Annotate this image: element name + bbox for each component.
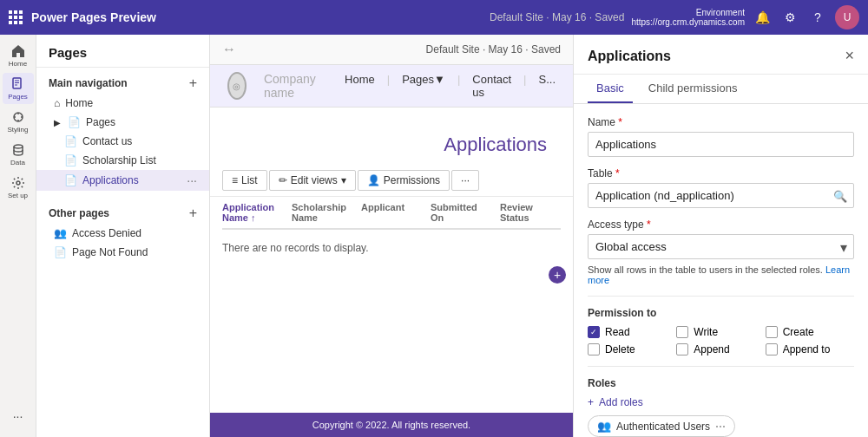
nav-contact-us-label: Contact us [82,135,132,147]
sidebar-item-pages[interactable]: Pages [3,73,34,104]
append-checkbox[interactable] [676,343,688,355]
nav-item-applications[interactable]: 📄 Applications ··· [36,170,209,191]
name-required-mark: * [618,116,622,128]
col-application-name[interactable]: Application Name ↑ [222,202,283,223]
preview-topbar: ↔ Default Site · May 16 · Saved [210,35,573,65]
nav-applications-label: Applications [82,174,139,186]
nav-home-label: Home [65,97,93,109]
sidebar-styling-label: Styling [7,126,28,134]
settings-icon[interactable]: ⚙ [779,7,800,28]
access-type-select[interactable]: Global access Account access Self access [588,234,854,259]
environment-info: Environment https://org.crm.dynamics.com [631,8,745,27]
learn-more-link[interactable]: Learn more [588,264,850,285]
sidebar-item-data[interactable]: Data [3,139,34,170]
write-checkbox[interactable] [676,326,688,338]
nav-item-contact-us[interactable]: 📄 Contact us [36,132,209,151]
scroll-button[interactable]: + [549,266,566,284]
site-page-title: Applications [210,108,573,165]
col-scholarship-name[interactable]: Scholarship Name [292,202,352,223]
read-label: Read [605,326,630,338]
list-icon: ≡ [232,174,238,186]
applications-panel: Applications × Basic Child permissions N… [573,35,868,437]
sidebar-item-home[interactable]: Home [3,40,34,71]
tab-child-permissions[interactable]: Child permissions [640,75,746,103]
read-checkbox[interactable]: ✓ [588,326,600,338]
preview-inner: ◎ Company name Home | Pages▼ | Contact u… [210,65,573,437]
nav-page-not-found-label: Page Not Found [72,246,148,258]
name-input[interactable] [588,132,854,157]
grid-icon[interactable] [9,10,23,24]
panel-close-button[interactable]: × [845,47,854,65]
nav-item-pages[interactable]: ▶ 📄 Pages [36,113,209,132]
permissions-label: Permissions [384,174,440,186]
pages-panel-title: Pages [49,45,87,60]
site-footer: Copyright © 2022. All rights reserved. [210,413,573,437]
page-icon: 📄 [54,246,67,258]
sidebar-home-label: Home [9,60,27,68]
svg-rect-4 [14,16,17,19]
delete-checkbox[interactable] [588,343,600,355]
site-navigation: ◎ Company name Home | Pages▼ | Contact u… [210,65,573,108]
col-review-status[interactable]: Review Status [500,202,561,223]
sidebar-more-button[interactable]: ··· [3,401,34,432]
table-search-input[interactable] [588,183,854,208]
nav-link-more[interactable]: S... [538,73,556,99]
page-icon: 📄 [64,154,77,166]
sidebar-item-setup[interactable]: Set up [3,172,34,203]
sidebar-item-styling[interactable]: Styling [3,106,34,137]
add-other-pages-button[interactable]: + [189,206,197,220]
panel-header: Applications × [574,35,868,75]
user-avatar[interactable]: U [835,5,859,29]
add-roles-label: Add roles [599,396,643,408]
nav-item-access-denied[interactable]: 👥 Access Denied [36,224,209,243]
plus-icon: + [588,396,594,408]
access-type-field-group: Access type * Global access Account acce… [588,218,854,285]
list-view-button[interactable]: ≡ List [222,170,267,191]
table-label: Table * [588,167,854,179]
page-icon: 📄 [64,174,77,186]
notification-icon[interactable]: 🔔 [752,7,773,28]
table-search-wrap: 🔍 [588,183,854,208]
access-type-label: Access type * [588,218,854,231]
perm-create: Create [766,326,854,338]
nav-link-home[interactable]: Home [345,73,375,99]
more-actions-button[interactable]: ··· [451,170,479,191]
pages-panel-header: Pages [36,35,209,68]
access-note: Show all rows in the table to users in t… [588,264,854,285]
help-icon[interactable]: ? [807,7,828,28]
col-applicant[interactable]: Applicant [361,202,422,223]
append-to-checkbox[interactable] [766,343,778,355]
search-icon: 🔍 [833,189,847,202]
create-checkbox[interactable] [766,326,778,338]
access-required-mark: * [647,218,651,231]
nav-link-contact-us[interactable]: Contact us [472,73,511,99]
svg-rect-1 [14,10,17,14]
edit-views-button[interactable]: ✏ Edit views ▾ [269,170,356,191]
page-icon: 📄 [64,135,77,147]
svg-point-14 [14,145,23,148]
site-logo: ◎ [227,72,247,100]
perm-append: Append [676,343,765,355]
table-field-group: Table * 🔍 [588,167,854,208]
divider [588,296,854,297]
roles-section: Roles + Add roles 👥 Authenticated Users … [588,377,854,437]
role-chip-more-button[interactable]: ⋯ [715,421,726,433]
nav-link-pages[interactable]: Pages▼ [402,73,445,99]
nav-item-page-not-found[interactable]: 📄 Page Not Found [36,243,209,262]
permissions-button[interactable]: 👤 Permissions [358,170,450,191]
nav-applications-more-button[interactable]: ··· [187,173,197,187]
nav-item-scholarship-list[interactable]: 📄 Scholarship List [36,151,209,170]
pages-panel: Pages Main navigation + ⌂ Home ▶ 📄 Pages… [36,35,210,437]
name-label: Name * [588,116,854,128]
write-label: Write [694,326,718,338]
permission-to-label: Permission to [588,307,854,319]
nav-item-home[interactable]: ⌂ Home [36,94,209,113]
chevron-down-icon: ▾ [341,174,346,186]
tab-basic[interactable]: Basic [588,75,633,103]
role-chip-authenticated-users: 👥 Authenticated Users ⋯ [588,415,735,437]
add-roles-button[interactable]: + Add roles [588,396,854,408]
col-submitted-on[interactable]: Submitted On [431,202,491,223]
list-btn-label: List [241,174,258,186]
add-main-nav-button[interactable]: + [189,76,197,90]
save-status: Default Site · May 16 · Saved [490,11,624,23]
